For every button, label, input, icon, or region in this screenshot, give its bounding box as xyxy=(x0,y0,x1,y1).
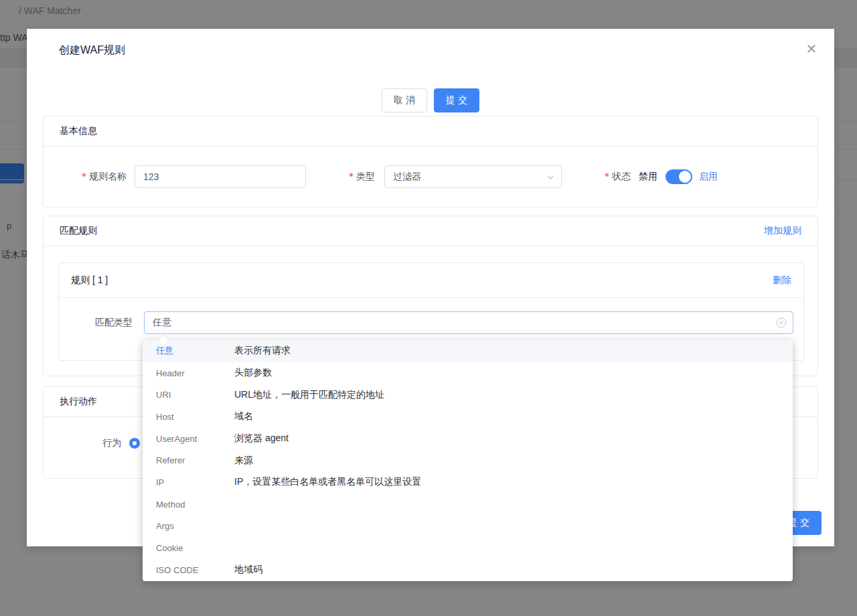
dropdown-option-cookie[interactable]: Cookie xyxy=(143,537,793,559)
behavior-label: 行为 xyxy=(44,437,121,449)
dropdown-option-label: IP xyxy=(143,477,234,487)
dropdown-option-args[interactable]: Args xyxy=(143,516,793,538)
dropdown-option-label: Method xyxy=(143,499,234,510)
section-basic-info: 基本信息 *规则名称 *类型 过滤器 *状态 禁用 启用 xyxy=(43,116,818,208)
dropdown-option-label: URI xyxy=(143,390,234,400)
section-basic-title: 基本信息 xyxy=(60,125,97,137)
dropdown-option-label: Header xyxy=(143,368,234,378)
dropdown-option-uri[interactable]: URIURL地址，一般用于匹配特定的地址 xyxy=(143,384,793,406)
status-label: *状态 xyxy=(605,171,631,183)
dropdown-option-method[interactable]: Method xyxy=(143,493,793,516)
dropdown-option-header[interactable]: Header头部参数 xyxy=(143,362,793,384)
basic-form-row: *规则名称 *类型 过滤器 *状态 禁用 启用 xyxy=(44,147,817,188)
dropdown-option-description: 地域码 xyxy=(234,564,262,576)
dropdown-option-description: 来源 xyxy=(234,455,253,467)
dropdown-option-label: UserAgent xyxy=(143,434,234,444)
dropdown-option-description: 浏览器 agent xyxy=(234,433,289,445)
status-toggle[interactable] xyxy=(666,169,692,184)
close-icon[interactable]: ✕ xyxy=(802,40,821,58)
dropdown-option-label: Args xyxy=(143,521,234,531)
required-mark: * xyxy=(349,171,354,181)
dropdown-option-description: 域名 xyxy=(234,410,253,422)
rule-card-header: 规则 [ 1 ] 删除 xyxy=(59,263,803,298)
match-type-row: 匹配类型 xyxy=(59,298,803,334)
dropdown-option-ip[interactable]: IPIP，设置某些白名单或者黑名单可以这里设置 xyxy=(143,471,793,493)
dropdown-option-label: Host xyxy=(143,412,234,422)
dropdown-option-label: Referer xyxy=(143,455,234,465)
match-type-dropdown-list: 任意表示所有请求Header头部参数URIURL地址，一般用于匹配特定的地址Ho… xyxy=(143,340,793,581)
match-type-field xyxy=(144,311,793,334)
dropdown-option-description: 头部参数 xyxy=(234,367,272,379)
match-type-dropdown: 任意表示所有请求Header头部参数URIURL地址，一般用于匹配特定的地址Ho… xyxy=(143,340,793,581)
type-select[interactable]: 过滤器 xyxy=(384,165,562,188)
cancel-button[interactable]: 取 消 xyxy=(382,88,427,112)
dropdown-option-host[interactable]: Host域名 xyxy=(143,406,793,428)
dropdown-option-iso-code[interactable]: ISO CODE地域码 xyxy=(143,559,793,581)
dropdown-option-label: ISO CODE xyxy=(143,565,234,575)
dropdown-option-description: 表示所有请求 xyxy=(234,345,291,357)
dropdown-option-description: URL地址，一般用于匹配特定的地址 xyxy=(234,389,384,401)
clear-icon[interactable] xyxy=(776,317,787,328)
rule-name-input[interactable] xyxy=(135,165,306,188)
section-basic-header: 基本信息 xyxy=(44,117,817,147)
required-mark: * xyxy=(82,171,86,181)
status-on-label: 启用 xyxy=(699,171,718,183)
modal-action-buttons: 取 消 提 交 xyxy=(27,88,834,112)
dropdown-option-description: IP，设置某些白名单或者黑名单可以这里设置 xyxy=(234,476,421,488)
dropdown-option-label: Cookie xyxy=(143,543,234,553)
dropdown-option-referer[interactable]: Referer来源 xyxy=(143,449,793,471)
required-mark: * xyxy=(605,171,609,181)
add-rule-link[interactable]: 增加规则 xyxy=(764,225,801,237)
dropdown-option-label: 任意 xyxy=(143,345,234,357)
rule-card-title: 规则 [ 1 ] xyxy=(71,275,108,287)
match-type-input[interactable] xyxy=(144,311,793,334)
section-match-title: 匹配规则 xyxy=(60,225,97,237)
toggle-knob xyxy=(679,171,691,183)
section-match-header: 匹配规则 增加规则 xyxy=(44,216,817,246)
status-off-label: 禁用 xyxy=(639,171,657,183)
chevron-down-icon xyxy=(546,173,554,181)
section-action-title: 执行动作 xyxy=(60,396,97,408)
dropdown-option-任意[interactable]: 任意表示所有请求 xyxy=(143,340,793,362)
modal-title: 创建WAF规则 xyxy=(59,44,125,58)
behavior-radio-checked[interactable] xyxy=(129,438,140,449)
delete-rule-link[interactable]: 删除 xyxy=(773,275,791,287)
submit-button[interactable]: 提 交 xyxy=(434,88,479,112)
match-type-label: 匹配类型 xyxy=(59,317,133,329)
type-label: *类型 xyxy=(349,171,375,183)
dropdown-option-useragent[interactable]: UserAgent浏览器 agent xyxy=(143,428,793,450)
type-select-value: 过滤器 xyxy=(393,171,421,183)
rule-name-label: *规则名称 xyxy=(44,171,127,183)
